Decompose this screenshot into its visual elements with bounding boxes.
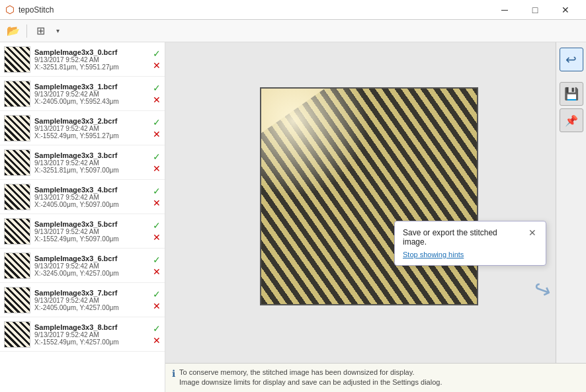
check-icon: ✓ <box>153 255 161 265</box>
file-date: 9/13/2017 9:52:42 AM <box>34 297 150 304</box>
close-button[interactable]: ✕ <box>550 0 581 20</box>
file-date: 9/13/2017 9:52:42 AM <box>34 56 150 63</box>
hint-popup-header: Save or export the stitched image. ✕ <box>403 228 538 247</box>
title-bar-controls: ─ □ ✕ <box>489 0 581 20</box>
check-icon: ✓ <box>153 83 161 93</box>
status-line-1: To conserve memory, the stitched image h… <box>179 368 442 377</box>
title-bar: ⬡ tepoStitch ─ □ ✕ <box>0 0 586 20</box>
file-thumbnail <box>4 115 30 141</box>
file-name: SampleImage3x3_6.bcrf <box>34 255 150 262</box>
list-item[interactable]: SampleImage3x3_0.bcrf 9/13/2017 9:52:42 … <box>0 42 165 77</box>
stripe-overlay <box>261 89 477 304</box>
list-item[interactable]: SampleImage3x3_4.bcrf 9/13/2017 9:52:42 … <box>0 180 165 214</box>
file-list-panel: SampleImage3x3_0.bcrf 9/13/2017 9:52:42 … <box>0 42 165 392</box>
hint-close-button[interactable]: ✕ <box>527 228 538 237</box>
right-area: Save or export the stitched image. ✕ Sto… <box>165 42 586 392</box>
check-icon: ✓ <box>153 323 161 334</box>
file-info: SampleImage3x3_8.bcrf 9/13/2017 9:52:42 … <box>34 323 150 346</box>
list-item[interactable]: SampleImage3x3_7.bcrf 9/13/2017 9:52:42 … <box>0 283 165 317</box>
remove-icon[interactable]: ✕ <box>153 198 161 208</box>
file-info: SampleImage3x3_6.bcrf 9/13/2017 9:52:42 … <box>34 255 150 277</box>
save-button[interactable]: 💾 <box>560 82 583 106</box>
toolbar: 📂 ⊞ ▾ <box>0 20 586 42</box>
file-coords: X:-3251.81μm, Y:5951.27μm <box>34 63 150 71</box>
check-icon: ✓ <box>153 117 161 128</box>
file-date: 9/13/2017 9:52:42 AM <box>34 159 150 167</box>
file-name: SampleImage3x3_1.bcrf <box>34 83 150 91</box>
file-info: SampleImage3x3_2.bcrf 9/13/2017 9:52:42 … <box>34 117 150 139</box>
file-name: SampleImage3x3_5.bcrf <box>34 220 150 228</box>
list-item[interactable]: SampleImage3x3_6.bcrf 9/13/2017 9:52:42 … <box>0 249 165 283</box>
status-bar: ℹ To conserve memory, the stitched image… <box>165 363 586 392</box>
file-thumbnail <box>4 218 30 245</box>
check-icon: ✓ <box>153 151 161 162</box>
file-coords: X:-1552.49μm, Y:5951.27μm <box>34 132 150 139</box>
file-name: SampleImage3x3_0.bcrf <box>34 48 150 56</box>
file-date: 9/13/2017 9:52:42 AM <box>34 125 150 132</box>
dropdown-button[interactable]: ▾ <box>52 22 63 40</box>
check-icon: ✓ <box>153 289 161 299</box>
file-info: SampleImage3x3_5.bcrf 9/13/2017 9:52:42 … <box>34 220 150 243</box>
pin-button[interactable]: 📌 <box>560 108 583 132</box>
remove-icon[interactable]: ✕ <box>153 60 161 71</box>
file-info: SampleImage3x3_0.bcrf 9/13/2017 9:52:42 … <box>34 48 150 71</box>
stitched-image <box>261 89 477 304</box>
file-thumbnail <box>4 81 30 107</box>
status-line-2: Image downsize limits for display and sa… <box>179 377 442 387</box>
remove-icon[interactable]: ✕ <box>153 95 161 105</box>
check-icon: ✓ <box>153 186 161 196</box>
file-info: SampleImage3x3_4.bcrf 9/13/2017 9:52:42 … <box>34 186 150 208</box>
hint-popup: Save or export the stitched image. ✕ Sto… <box>394 221 546 266</box>
file-coords: X:-2405.00μm, Y:4257.00μm <box>34 304 150 311</box>
image-area: Save or export the stitched image. ✕ Sto… <box>165 42 586 363</box>
check-icon: ✓ <box>153 48 161 59</box>
toolbar-separator <box>26 24 27 38</box>
remove-icon[interactable]: ✕ <box>153 129 161 139</box>
stop-hints-link[interactable]: Stop showing hints <box>403 251 464 258</box>
app-title: tepoStitch <box>19 5 54 15</box>
file-info: SampleImage3x3_1.bcrf 9/13/2017 9:52:42 … <box>34 83 150 105</box>
file-name: SampleImage3x3_7.bcrf <box>34 289 150 297</box>
file-thumbnail <box>4 253 30 279</box>
check-icon: ✓ <box>153 220 161 231</box>
remove-icon[interactable]: ✕ <box>153 266 161 277</box>
file-coords: X:-2405.00μm, Y:5097.00μm <box>34 201 150 208</box>
file-status: ✓ ✕ <box>153 323 161 346</box>
file-name: SampleImage3x3_3.bcrf <box>34 151 150 159</box>
file-status: ✓ ✕ <box>153 83 161 105</box>
info-icon: ℹ <box>172 368 175 379</box>
undo-button[interactable]: ↩ <box>560 48 583 71</box>
list-item[interactable]: SampleImage3x3_3.bcrf 9/13/2017 9:52:42 … <box>0 145 165 180</box>
file-name: SampleImage3x3_8.bcrf <box>34 323 150 331</box>
list-item[interactable]: SampleImage3x3_2.bcrf 9/13/2017 9:52:42 … <box>0 111 165 145</box>
file-coords: X:-1552.49μm, Y:5097.00μm <box>34 235 150 243</box>
remove-icon[interactable]: ✕ <box>153 163 161 174</box>
stitched-image-container <box>260 87 478 305</box>
file-coords: X:-1552.49μm, Y:4257.00μm <box>34 338 150 346</box>
file-status: ✓ ✕ <box>153 151 161 174</box>
remove-icon[interactable]: ✕ <box>153 335 161 346</box>
file-date: 9/13/2017 9:52:42 AM <box>34 91 150 98</box>
grid-button[interactable]: ⊞ <box>31 22 50 40</box>
list-item[interactable]: SampleImage3x3_5.bcrf 9/13/2017 9:52:42 … <box>0 214 165 249</box>
minimize-button[interactable]: ─ <box>489 0 520 20</box>
file-thumbnail <box>4 149 30 176</box>
file-name: SampleImage3x3_2.bcrf <box>34 117 150 125</box>
file-thumbnail <box>4 46 30 73</box>
file-coords: X:-2405.00μm, Y:5952.43μm <box>34 98 150 105</box>
hint-arrow: ↩ <box>530 275 555 305</box>
file-date: 9/13/2017 9:52:42 AM <box>34 194 150 201</box>
undo-icon: ↩ <box>565 52 577 67</box>
open-button[interactable]: 📂 <box>4 22 22 40</box>
file-info: SampleImage3x3_7.bcrf 9/13/2017 9:52:42 … <box>34 289 150 311</box>
file-coords: X:-3245.00μm, Y:4257.00μm <box>34 270 150 277</box>
remove-icon[interactable]: ✕ <box>153 232 161 243</box>
file-status: ✓ ✕ <box>153 48 161 71</box>
file-date: 9/13/2017 9:52:42 AM <box>34 262 150 270</box>
list-item[interactable]: SampleImage3x3_8.bcrf 9/13/2017 9:52:42 … <box>0 317 165 352</box>
maximize-button[interactable]: □ <box>520 0 550 20</box>
remove-icon[interactable]: ✕ <box>153 301 161 311</box>
file-status: ✓ ✕ <box>153 255 161 277</box>
right-toolbar: ↩ 💾 📌 <box>556 42 586 363</box>
list-item[interactable]: SampleImage3x3_1.bcrf 9/13/2017 9:52:42 … <box>0 77 165 111</box>
